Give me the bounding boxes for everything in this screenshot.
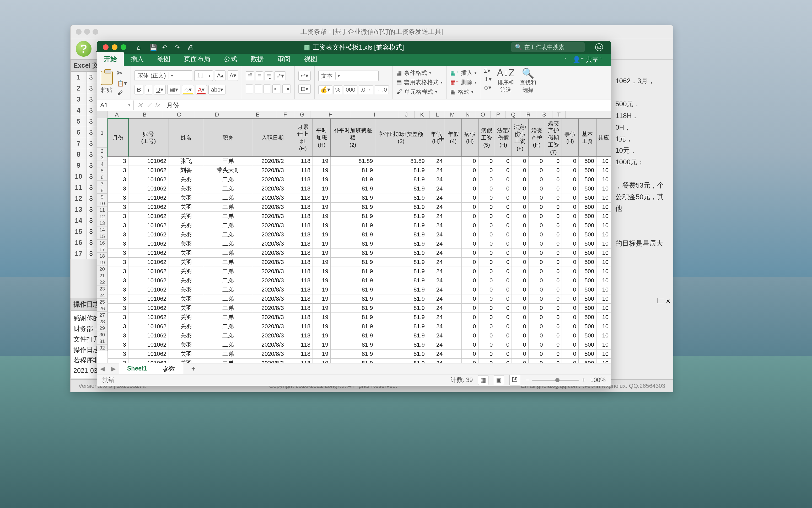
cancel-formula-icon[interactable]: ✕ bbox=[137, 101, 143, 109]
cell[interactable] bbox=[445, 322, 462, 331]
row-header-27[interactable]: 27 bbox=[97, 312, 107, 318]
cell[interactable]: 0 bbox=[528, 239, 545, 249]
format-cells-button[interactable]: ▦格式▾ bbox=[450, 88, 476, 96]
cell[interactable]: 81.9 bbox=[375, 294, 427, 304]
cell[interactable]: 3 bbox=[108, 285, 129, 294]
cell[interactable]: 101062 bbox=[129, 249, 169, 258]
cell-styles-button[interactable]: 🖌单元格样式▾ bbox=[396, 88, 442, 96]
cell[interactable]: 0 bbox=[528, 313, 545, 322]
cell[interactable]: 500 bbox=[578, 322, 596, 331]
cell[interactable]: 24 bbox=[427, 184, 445, 194]
cell[interactable]: 101062 bbox=[129, 294, 169, 304]
cell[interactable] bbox=[445, 340, 462, 349]
cell[interactable]: 118 bbox=[293, 304, 313, 313]
cell[interactable]: 101062 bbox=[129, 212, 169, 221]
italic-button[interactable]: I bbox=[145, 85, 152, 94]
cell[interactable]: 0 bbox=[562, 349, 579, 359]
cell[interactable]: 500 bbox=[578, 212, 596, 221]
cell[interactable]: 2020/8/3 bbox=[252, 194, 293, 203]
cell[interactable]: 2020/8/3 bbox=[252, 359, 293, 363]
cell[interactable]: 二弟 bbox=[204, 340, 252, 349]
cell[interactable]: 关羽 bbox=[169, 194, 204, 203]
cell[interactable]: 81.9 bbox=[331, 322, 375, 331]
cell[interactable]: 81.9 bbox=[375, 340, 427, 349]
cell[interactable]: 0 bbox=[528, 359, 545, 363]
fill-icon[interactable]: ⬇▾ bbox=[484, 76, 492, 83]
cell[interactable]: 0 bbox=[495, 175, 512, 184]
autosum-icon[interactable]: Σ▾ bbox=[484, 68, 492, 74]
cell[interactable]: 0 bbox=[545, 249, 562, 258]
cell[interactable]: 500 bbox=[578, 221, 596, 230]
delete-cells-button[interactable]: ▦⁻删除▾ bbox=[450, 79, 476, 86]
cell[interactable]: 0 bbox=[512, 212, 529, 221]
cell[interactable]: 二弟 bbox=[204, 267, 252, 276]
cell[interactable]: 24 bbox=[427, 230, 445, 239]
cell[interactable]: 81.9 bbox=[375, 249, 427, 258]
cell[interactable]: 19 bbox=[313, 340, 331, 349]
cell[interactable]: 101062 bbox=[129, 276, 169, 285]
cell[interactable]: 10 bbox=[596, 184, 611, 194]
cell[interactable]: 0 bbox=[528, 175, 545, 184]
cell[interactable]: 500 bbox=[578, 249, 596, 258]
cell[interactable]: 0 bbox=[562, 276, 579, 285]
row-header-28[interactable]: 28 bbox=[97, 318, 107, 325]
cell[interactable]: 0 bbox=[512, 194, 529, 203]
cell[interactable]: 0 bbox=[462, 331, 478, 340]
table-header[interactable]: 法定/伤假工资(6) bbox=[512, 119, 529, 157]
cell[interactable]: 81.9 bbox=[331, 267, 375, 276]
cell[interactable]: 81.89 bbox=[331, 157, 375, 166]
table-row[interactable]: 3101062关羽二弟2020/8/31181981.981.924000000… bbox=[108, 249, 611, 258]
table-row[interactable]: 3101062关羽二弟2020/8/31181981.981.924000000… bbox=[108, 212, 611, 221]
cell[interactable]: 10 bbox=[596, 194, 611, 203]
cell[interactable]: 0 bbox=[478, 340, 495, 349]
row-header-22[interactable]: 22 bbox=[97, 279, 107, 286]
cell[interactable]: 81.9 bbox=[375, 322, 427, 331]
cell[interactable]: 19 bbox=[313, 285, 331, 294]
cell[interactable]: 0 bbox=[545, 175, 562, 184]
cell[interactable]: 二弟 bbox=[204, 221, 252, 230]
table-header[interactable]: 入职日期 bbox=[252, 119, 293, 157]
worksheet-grid[interactable]: ABCDEFGHIJKLMNOPQRST 1234567891011121314… bbox=[97, 111, 611, 363]
cell[interactable]: 二弟 bbox=[204, 175, 252, 184]
cell[interactable]: 81.9 bbox=[331, 194, 375, 203]
cell[interactable]: 19 bbox=[313, 276, 331, 285]
table-row[interactable]: 3101062关羽二弟2020/8/31181981.981.924000000… bbox=[108, 230, 611, 239]
cell[interactable]: 0 bbox=[495, 331, 512, 340]
cell[interactable]: 0 bbox=[562, 313, 579, 322]
cell[interactable]: 19 bbox=[313, 175, 331, 184]
cell[interactable]: 0 bbox=[528, 166, 545, 175]
cell[interactable]: 81.9 bbox=[331, 349, 375, 359]
cell[interactable]: 101062 bbox=[129, 221, 169, 230]
cell[interactable]: 10 bbox=[596, 230, 611, 239]
cell[interactable]: 10 bbox=[596, 349, 611, 359]
cell[interactable]: 24 bbox=[427, 349, 445, 359]
cell[interactable]: 0 bbox=[545, 322, 562, 331]
cell[interactable]: 101062 bbox=[129, 304, 169, 313]
row-header-31[interactable]: 31 bbox=[97, 338, 107, 344]
cell[interactable]: 24 bbox=[427, 157, 445, 166]
cell[interactable]: 24 bbox=[427, 331, 445, 340]
ribbon-tab-绘图[interactable]: 绘图 bbox=[150, 52, 177, 66]
cell[interactable] bbox=[445, 331, 462, 340]
table-header[interactable]: 职务 bbox=[204, 119, 252, 157]
cell[interactable]: 0 bbox=[562, 322, 579, 331]
row-header-3[interactable]: 3 bbox=[97, 154, 107, 161]
cell[interactable]: 118 bbox=[293, 349, 313, 359]
col-header-A[interactable]: A bbox=[107, 111, 126, 118]
cell[interactable]: 101062 bbox=[129, 175, 169, 184]
cell[interactable]: 0 bbox=[512, 285, 529, 294]
cell[interactable]: 二弟 bbox=[204, 249, 252, 258]
cell[interactable]: 0 bbox=[512, 276, 529, 285]
cell[interactable]: 118 bbox=[293, 267, 313, 276]
comma-icon[interactable]: 000 bbox=[344, 85, 357, 94]
cell[interactable]: 二弟 bbox=[204, 304, 252, 313]
cell[interactable]: 81.9 bbox=[331, 276, 375, 285]
cell[interactable]: 刘备 bbox=[169, 166, 204, 175]
add-sheet-button[interactable]: + bbox=[183, 363, 203, 375]
cell[interactable]: 二弟 bbox=[204, 239, 252, 249]
row-header-29[interactable]: 29 bbox=[97, 325, 107, 331]
cell[interactable]: 关羽 bbox=[169, 239, 204, 249]
cell[interactable]: 24 bbox=[427, 285, 445, 294]
cell[interactable]: 0 bbox=[512, 349, 529, 359]
cell[interactable]: 0 bbox=[478, 212, 495, 221]
